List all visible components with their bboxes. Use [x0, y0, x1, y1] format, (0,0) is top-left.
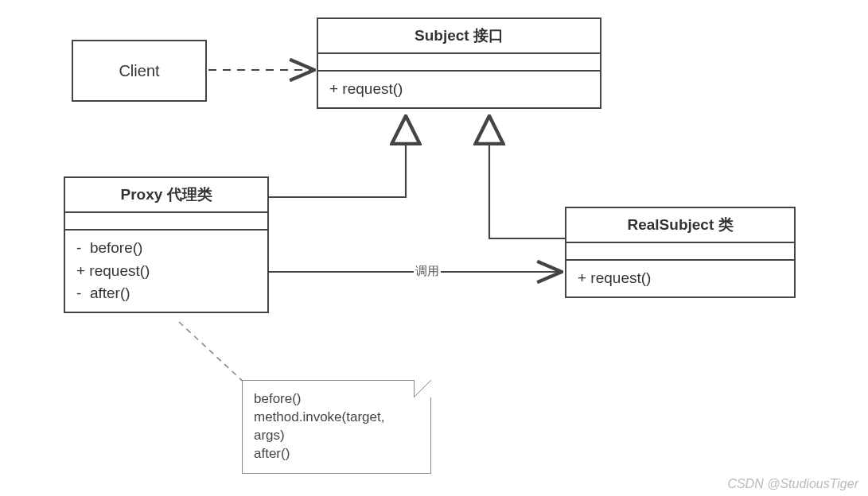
- note-box: before() method.invoke(target, args) aft…: [242, 380, 431, 474]
- note-line: args): [254, 427, 419, 445]
- note-line: before(): [254, 390, 419, 409]
- realsubject-title: RealSubject 类: [566, 208, 794, 243]
- proxy-op: - before(): [76, 237, 256, 260]
- note-line: method.invoke(target,: [254, 409, 419, 427]
- proxy-class-box: Proxy 代理类 - before() + request() - after…: [64, 176, 269, 313]
- realsubject-ops: + request(): [566, 261, 794, 296]
- subject-op: + request(): [329, 78, 589, 101]
- subject-interface-box: Subject 接口 + request(): [317, 17, 601, 109]
- subject-ops: + request(): [318, 72, 600, 107]
- association-label: 调用: [414, 264, 441, 279]
- subject-attrs: [318, 54, 600, 72]
- realsubject-op: + request(): [578, 267, 783, 290]
- subject-title: Subject 接口: [318, 19, 600, 54]
- note-line: after(): [254, 445, 419, 463]
- client-label: Client: [119, 62, 159, 80]
- proxy-op: + request(): [76, 260, 256, 283]
- client-box: Client: [72, 40, 207, 102]
- proxy-attrs: [65, 213, 267, 231]
- watermark: CSDN @StudiousTiger: [727, 477, 858, 491]
- realsubject-attrs: [566, 243, 794, 261]
- proxy-title: Proxy 代理类: [65, 178, 267, 213]
- proxy-op: - after(): [76, 282, 256, 305]
- proxy-ops: - before() + request() - after(): [65, 231, 267, 312]
- note-corner-fold-icon: [414, 380, 431, 397]
- svg-line-2: [179, 322, 248, 386]
- realsubject-class-box: RealSubject 类 + request(): [565, 207, 796, 298]
